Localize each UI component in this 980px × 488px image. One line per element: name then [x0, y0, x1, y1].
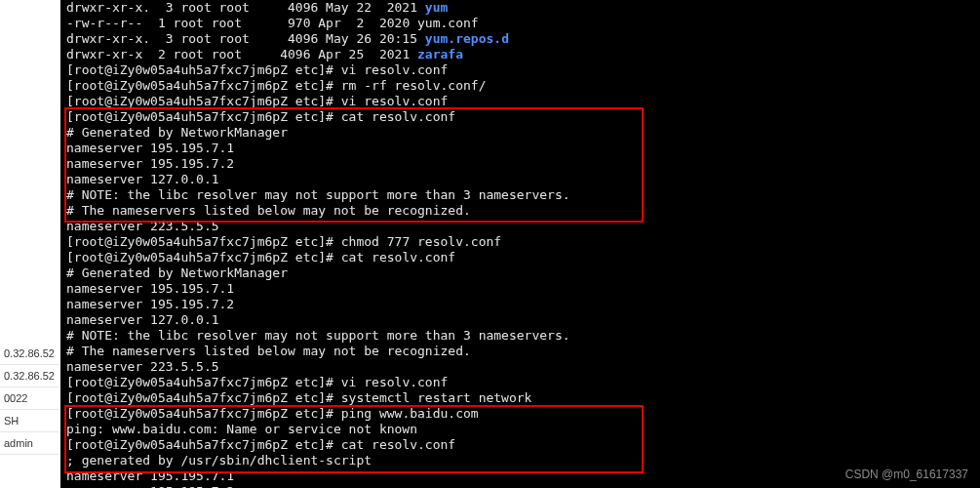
sidebar-item: admin	[0, 432, 59, 455]
watermark: CSDN @m0_61617337	[845, 467, 968, 482]
terminal[interactable]: drwxr-xr-x. 3 root root 4096 May 22 2021…	[60, 0, 980, 488]
sidebar-item: SH	[0, 410, 59, 432]
sidebar-item: 0.32.86.52	[0, 343, 59, 365]
sidebar-item: 0022	[0, 387, 59, 410]
sidebar: 0.32.86.52 0.32.86.52 0022 SH admin	[0, 343, 59, 455]
sidebar-item: 0.32.86.52	[0, 365, 59, 387]
